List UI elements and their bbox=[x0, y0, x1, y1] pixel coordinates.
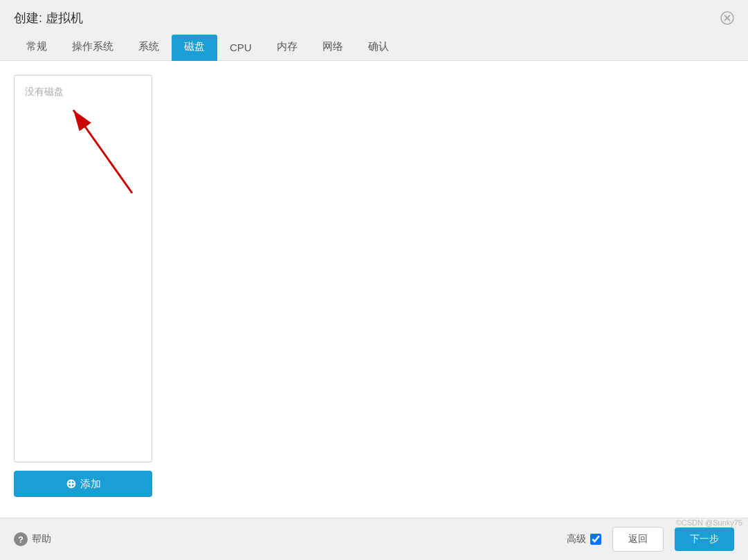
tabs-bar: 常规 操作系统 系统 磁盘 CPU 内存 网络 确认 bbox=[14, 35, 734, 60]
add-icon: ⊕ bbox=[66, 476, 76, 491]
help-icon: ? bbox=[14, 532, 28, 546]
disk-area: 没有磁盘 bbox=[14, 75, 734, 462]
close-button[interactable] bbox=[718, 8, 737, 28]
next-button[interactable]: 下一步 bbox=[675, 527, 734, 551]
help-label: 帮助 bbox=[32, 533, 51, 545]
help-button[interactable]: ? 帮助 bbox=[14, 532, 51, 546]
no-disk-label: 没有磁盘 bbox=[21, 82, 67, 102]
advanced-toggle[interactable]: 高级 bbox=[567, 533, 601, 545]
create-vm-dialog: 创建: 虚拟机 常规 操作系统 系统 磁盘 CPU 内存 网络 确认 没有磁盘 bbox=[0, 0, 748, 560]
advanced-checkbox[interactable] bbox=[590, 534, 601, 545]
dialog-footer: ? 帮助 高级 返回 下一步 bbox=[0, 518, 748, 560]
svg-line-4 bbox=[73, 110, 132, 193]
dialog-body: 没有磁盘 ⊕ 添加 bbox=[0, 61, 748, 518]
dialog-header: 创建: 虚拟机 常规 操作系统 系统 磁盘 CPU 内存 网络 确认 bbox=[0, 0, 748, 61]
tab-disk[interactable]: 磁盘 bbox=[172, 35, 217, 61]
tab-system[interactable]: 系统 bbox=[126, 35, 172, 61]
dialog-title: 创建: 虚拟机 bbox=[14, 10, 734, 26]
footer-left: ? 帮助 bbox=[14, 532, 51, 546]
tab-general[interactable]: 常规 bbox=[14, 35, 60, 61]
tab-network[interactable]: 网络 bbox=[310, 35, 356, 61]
tab-confirm[interactable]: 确认 bbox=[356, 35, 401, 61]
advanced-label-text: 高级 bbox=[567, 533, 586, 545]
footer-right: 高级 返回 下一步 bbox=[567, 527, 734, 552]
back-button[interactable]: 返回 bbox=[612, 527, 664, 552]
add-label: 添加 bbox=[80, 478, 101, 491]
tab-cpu[interactable]: CPU bbox=[217, 36, 264, 61]
close-icon bbox=[720, 11, 734, 25]
add-disk-button[interactable]: ⊕ 添加 bbox=[14, 471, 152, 497]
tab-memory[interactable]: 内存 bbox=[264, 35, 310, 61]
disk-panel: 没有磁盘 bbox=[14, 75, 152, 462]
tab-os[interactable]: 操作系统 bbox=[60, 35, 126, 61]
